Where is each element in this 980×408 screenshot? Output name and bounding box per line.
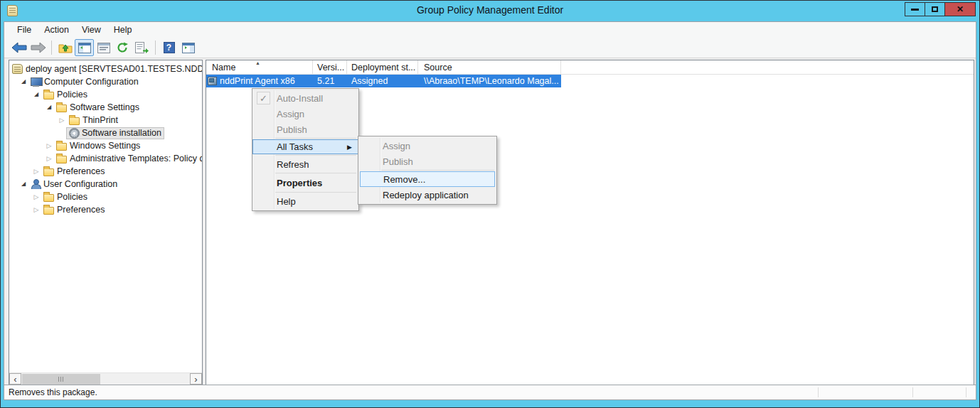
menu-item-label: Refresh bbox=[277, 159, 309, 170]
menu-item-publish: Publish bbox=[252, 122, 358, 137]
folder-icon bbox=[43, 194, 54, 202]
tree-item-root[interactable]: deploy agent [SERVTESAD01.TESTES.NDDIGIT… bbox=[9, 63, 202, 75]
collapsed-chevron-icon[interactable] bbox=[32, 165, 41, 178]
scroll-right-icon: › bbox=[194, 375, 197, 384]
package-icon bbox=[208, 77, 217, 85]
column-label: Deployment st... bbox=[351, 63, 415, 73]
tree-item-thinprint[interactable]: ThinPrint bbox=[9, 114, 202, 127]
tree-item-administrative-templates[interactable]: Administrative Templates: Policy de bbox=[9, 152, 202, 165]
submenu-item-publish: Publish bbox=[358, 154, 496, 169]
export-list-button[interactable] bbox=[132, 39, 151, 56]
menu-item-properties[interactable]: Properties bbox=[252, 174, 358, 191]
column-label: Versi... bbox=[317, 63, 344, 73]
maximize-icon bbox=[932, 6, 938, 12]
tree-item-user-configuration[interactable]: User Configuration bbox=[9, 178, 202, 190]
package-deployment-state: Assigned bbox=[347, 76, 418, 86]
refresh-icon bbox=[117, 42, 129, 53]
package-name: nddPrint Agent x86 bbox=[220, 76, 295, 86]
menu-separator bbox=[275, 155, 356, 156]
close-button[interactable]: ✕ bbox=[944, 2, 976, 16]
tree-item-computer-configuration[interactable]: Computer Configuration bbox=[9, 75, 202, 88]
column-label: Name bbox=[212, 63, 235, 73]
tree-item-preferences-computer[interactable]: Preferences bbox=[9, 165, 202, 178]
tree-item-label: User Configuration bbox=[43, 179, 117, 189]
up-one-level-button[interactable] bbox=[55, 39, 75, 56]
menu-action[interactable]: Action bbox=[38, 23, 75, 37]
back-button[interactable] bbox=[9, 39, 28, 56]
forward-button[interactable] bbox=[28, 39, 48, 56]
menu-item-auto-install: ✓ Auto-Install bbox=[252, 90, 358, 106]
back-icon bbox=[11, 42, 27, 53]
column-header-name[interactable]: Name ▲ bbox=[206, 60, 313, 74]
sort-ascending-icon: ▲ bbox=[255, 60, 260, 65]
tree-item-policies-user[interactable]: Policies bbox=[9, 190, 202, 203]
maximize-button[interactable] bbox=[925, 2, 945, 16]
tree-item-label: Windows Settings bbox=[70, 141, 140, 151]
menu-item-label: Auto-Install bbox=[277, 93, 323, 104]
tree-item-software-settings[interactable]: Software Settings bbox=[9, 101, 202, 114]
software-installation-disc-icon bbox=[69, 128, 79, 138]
properties-window-icon bbox=[97, 43, 110, 53]
folder-icon bbox=[56, 104, 67, 112]
column-header-deployment-state[interactable]: Deployment st... bbox=[347, 60, 418, 74]
scroll-left-icon: ‹ bbox=[14, 375, 16, 384]
show-console-tree-icon bbox=[78, 43, 91, 53]
console-tree-pane: deploy agent [SERVTESAD01.TESTES.NDDIGIT… bbox=[9, 60, 203, 385]
tree-item-label: ThinPrint bbox=[82, 115, 118, 125]
menu-view[interactable]: View bbox=[75, 23, 107, 37]
submenu-item-redeploy-application[interactable]: Redeploy application bbox=[358, 187, 496, 203]
collapsed-chevron-icon[interactable] bbox=[45, 139, 53, 153]
scroll-left-button[interactable]: ‹ bbox=[9, 373, 21, 385]
package-row-nddprint-agent[interactable]: nddPrint Agent x86 5.21 Assigned \\Abraa… bbox=[206, 75, 561, 87]
folder-icon bbox=[56, 143, 67, 151]
console-scroll-icon bbox=[12, 64, 23, 74]
tree-horizontal-scrollbar[interactable]: ‹ › bbox=[9, 372, 202, 385]
window-title: Group Policy Management Editor bbox=[1, 4, 979, 16]
menu-item-all-tasks[interactable]: All Tasks ▶ bbox=[252, 139, 358, 154]
submenu-item-assign: Assign bbox=[358, 138, 496, 154]
collapsed-chevron-icon[interactable] bbox=[58, 114, 66, 127]
tree-item-label: Administrative Templates: Policy de bbox=[70, 154, 203, 163]
list-header: Name ▲ Versi... Deployment st... Source bbox=[206, 60, 974, 75]
minimize-icon bbox=[911, 9, 919, 11]
help-button[interactable]: ? bbox=[159, 39, 179, 56]
menu-item-label: Properties bbox=[277, 178, 322, 188]
column-label: Source bbox=[424, 63, 452, 73]
scrollbar-thumb[interactable] bbox=[22, 374, 100, 385]
column-header-version[interactable]: Versi... bbox=[313, 60, 347, 74]
collapsed-chevron-icon[interactable] bbox=[45, 152, 53, 166]
menu-item-help[interactable]: Help bbox=[252, 193, 358, 209]
expanded-chevron-icon[interactable] bbox=[19, 178, 28, 190]
submenu-item-remove[interactable]: Remove... bbox=[360, 171, 495, 187]
tree-item-label: deploy agent [SERVTESAD01.TESTES.NDDIGIT… bbox=[26, 64, 203, 74]
title-bar[interactable]: Group Policy Management Editor ✕ bbox=[1, 1, 979, 21]
refresh-button[interactable] bbox=[113, 39, 132, 56]
toolbar-separator bbox=[51, 41, 52, 55]
show-console-tree-toggle[interactable] bbox=[75, 39, 94, 56]
all-tasks-submenu: Assign Publish Remove... Redeploy applic… bbox=[358, 136, 497, 205]
show-action-pane-toggle[interactable] bbox=[179, 39, 198, 56]
folder-icon bbox=[43, 92, 54, 100]
tree-item-label: Software installation bbox=[82, 128, 161, 138]
expanded-chevron-icon[interactable] bbox=[32, 88, 41, 101]
tree-item-preferences-user[interactable]: Preferences bbox=[9, 203, 202, 216]
menu-item-refresh[interactable]: Refresh bbox=[252, 156, 358, 172]
minimize-button[interactable] bbox=[905, 2, 925, 16]
tree-item-software-installation[interactable]: Software installation bbox=[9, 127, 202, 139]
column-header-source[interactable]: Source bbox=[418, 60, 561, 74]
client-area: File Action View Help bbox=[4, 21, 976, 400]
collapsed-chevron-icon[interactable] bbox=[32, 190, 41, 204]
collapsed-chevron-icon[interactable] bbox=[32, 203, 41, 217]
tree-item-windows-settings[interactable]: Windows Settings bbox=[9, 139, 202, 152]
tree: deploy agent [SERVTESAD01.TESTES.NDDIGIT… bbox=[9, 60, 202, 216]
tree-item-policies[interactable]: Policies bbox=[9, 88, 202, 101]
menu-file[interactable]: File bbox=[11, 23, 38, 37]
computer-icon bbox=[31, 77, 41, 87]
status-divider bbox=[912, 387, 913, 397]
menu-help[interactable]: Help bbox=[107, 23, 139, 37]
expanded-chevron-icon[interactable] bbox=[45, 101, 53, 114]
scroll-right-button[interactable]: › bbox=[190, 373, 202, 385]
properties-button[interactable] bbox=[94, 39, 113, 56]
expanded-chevron-icon[interactable] bbox=[19, 75, 28, 88]
toolbar-separator bbox=[155, 41, 156, 55]
